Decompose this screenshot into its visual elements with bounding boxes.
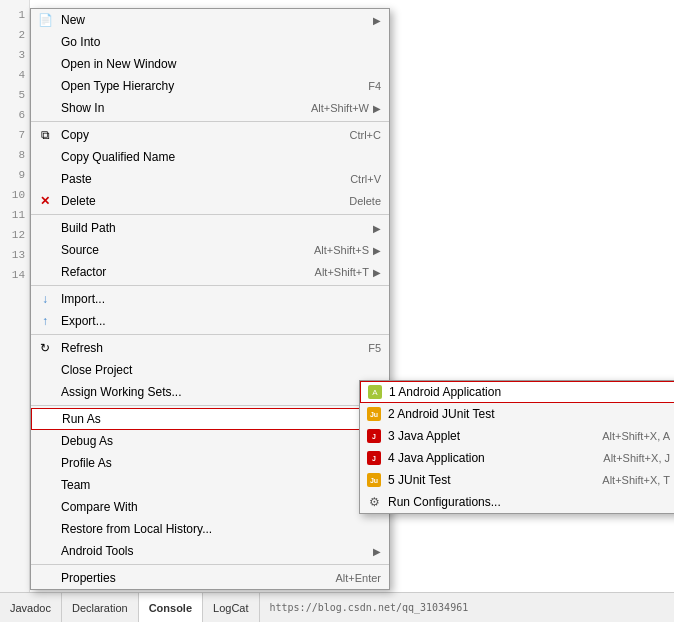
menu-label-profile-as: Profile As <box>61 456 369 470</box>
menu-item-open-new-window[interactable]: Open in New Window <box>31 53 389 75</box>
refresh-icon: ↻ <box>35 338 55 358</box>
separator-3 <box>31 285 389 286</box>
shortcut-refresh: F5 <box>368 342 381 354</box>
menu-label-compare-with: Compare With <box>61 500 369 514</box>
run-config-icon: ⚙ <box>366 494 382 510</box>
junit-android-icon: Ju <box>366 406 382 422</box>
tab-javadoc[interactable]: Javadoc <box>0 593 62 622</box>
menu-label-paste: Paste <box>61 172 330 186</box>
menu-label-type-hierarchy: Open Type Hierarchy <box>61 79 348 93</box>
menu-item-source[interactable]: Source Alt+Shift+S ▶ <box>31 239 389 261</box>
menu-item-new[interactable]: 📄 New ▶ <box>31 9 389 31</box>
menu-label-properties: Properties <box>61 571 315 585</box>
shortcut-junit-test: Alt+Shift+X, T <box>602 474 670 486</box>
menu-label-debug-as: Debug As <box>61 434 369 448</box>
menu-label-delete: Delete <box>61 194 329 208</box>
submenu-item-junit-test[interactable]: Ju 5 JUnit Test Alt+Shift+X, T <box>360 469 674 491</box>
menu-label-restore-local: Restore from Local History... <box>61 522 381 536</box>
shortcut-f4: F4 <box>368 80 381 92</box>
menu-item-close-project[interactable]: Close Project <box>31 359 389 381</box>
menu-item-import[interactable]: ↓ Import... <box>31 288 389 310</box>
tab-declaration[interactable]: Declaration <box>62 593 139 622</box>
menu-item-restore-local[interactable]: Restore from Local History... <box>31 518 389 540</box>
export-icon: ↑ <box>35 311 55 331</box>
shortcut-paste: Ctrl+V <box>350 173 381 185</box>
menu-item-profile-as[interactable]: Profile As ▶ <box>31 452 389 474</box>
submenu-item-android-app[interactable]: A 1 Android Application <box>360 381 674 403</box>
logcat-label: LogCat <box>213 602 248 614</box>
menu-item-compare-with[interactable]: Compare With ▶ <box>31 496 389 518</box>
status-url: https://blog.csdn.net/qq_31034961 <box>260 602 674 613</box>
run-as-submenu: A 1 Android Application Ju 2 Android JUn… <box>359 380 674 514</box>
menu-item-paste[interactable]: Paste Ctrl+V <box>31 168 389 190</box>
submenu-label-java-applet: 3 Java Applet <box>388 429 596 443</box>
menu-label-build-path: Build Path <box>61 221 369 235</box>
arrow-icon-5: ▶ <box>373 267 381 278</box>
menu-item-debug-as[interactable]: Debug As ▶ <box>31 430 389 452</box>
java-applet-icon: J <box>366 428 382 444</box>
menu-item-refactor[interactable]: Refactor Alt+Shift+T ▶ <box>31 261 389 283</box>
context-menu: 📄 New ▶ Go Into Open in New Window Open … <box>30 8 390 590</box>
submenu-label-android-app: 1 Android Application <box>389 385 669 399</box>
menu-label-show-in: Show In <box>61 101 291 115</box>
console-label: Console <box>149 602 192 614</box>
javadoc-label: Javadoc <box>10 602 51 614</box>
menu-item-go-into[interactable]: Go Into <box>31 31 389 53</box>
shortcut-delete: Delete <box>349 195 381 207</box>
separator-4 <box>31 334 389 335</box>
separator-5 <box>31 405 389 406</box>
tab-console[interactable]: Console <box>139 593 203 622</box>
menu-item-show-in[interactable]: Show In Alt+Shift+W ▶ <box>31 97 389 119</box>
menu-item-build-path[interactable]: Build Path ▶ <box>31 217 389 239</box>
submenu-item-java-app[interactable]: J 4 Java Application Alt+Shift+X, J <box>360 447 674 469</box>
menu-item-copy[interactable]: ⧉ Copy Ctrl+C <box>31 124 389 146</box>
menu-item-delete[interactable]: ✕ Delete Delete <box>31 190 389 212</box>
new-icon: 📄 <box>35 10 55 30</box>
menu-item-export[interactable]: ↑ Export... <box>31 310 389 332</box>
shortcut-properties: Alt+Enter <box>335 572 381 584</box>
menu-item-open-type-hierarchy[interactable]: Open Type Hierarchy F4 <box>31 75 389 97</box>
menu-label-copy: Copy <box>61 128 330 142</box>
submenu-label-android-junit: 2 Android JUnit Test <box>388 407 670 421</box>
shortcut-java-applet: Alt+Shift+X, A <box>602 430 670 442</box>
arrow-icon-android-tools: ▶ <box>373 546 381 557</box>
menu-label-go-into: Go Into <box>61 35 381 49</box>
shortcut-java-app: Alt+Shift+X, J <box>603 452 670 464</box>
arrow-icon-2: ▶ <box>373 103 381 114</box>
submenu-label-run-configs: Run Configurations... <box>388 495 670 509</box>
import-icon: ↓ <box>35 289 55 309</box>
arrow-icon-4: ▶ <box>373 245 381 256</box>
shortcut-copy: Ctrl+C <box>350 129 381 141</box>
declaration-label: Declaration <box>72 602 128 614</box>
copy-icon: ⧉ <box>35 125 55 145</box>
separator-1 <box>31 121 389 122</box>
shortcut-show-in: Alt+Shift+W <box>311 102 369 114</box>
menu-item-android-tools[interactable]: Android Tools ▶ <box>31 540 389 562</box>
submenu-label-java-app: 4 Java Application <box>388 451 597 465</box>
junit-test-icon: Ju <box>366 472 382 488</box>
menu-item-refresh[interactable]: ↻ Refresh F5 <box>31 337 389 359</box>
delete-icon: ✕ <box>35 191 55 211</box>
menu-item-copy-qualified[interactable]: Copy Qualified Name <box>31 146 389 168</box>
java-app-icon: J <box>366 450 382 466</box>
menu-label-refresh: Refresh <box>61 341 348 355</box>
submenu-item-android-junit[interactable]: Ju 2 Android JUnit Test <box>360 403 674 425</box>
submenu-label-junit-test: 5 JUnit Test <box>388 473 596 487</box>
menu-label-open-window: Open in New Window <box>61 57 381 71</box>
menu-item-team[interactable]: Team ▶ <box>31 474 389 496</box>
arrow-icon-3: ▶ <box>373 223 381 234</box>
shortcut-source: Alt+Shift+S <box>314 244 369 256</box>
menu-label-copy-qualified: Copy Qualified Name <box>61 150 381 164</box>
submenu-item-run-configs[interactable]: ⚙ Run Configurations... <box>360 491 674 513</box>
menu-label-run-as: Run As <box>62 412 368 426</box>
menu-label-team: Team <box>61 478 369 492</box>
menu-item-assign-working-sets[interactable]: Assign Working Sets... <box>31 381 389 403</box>
menu-label-assign-working-sets: Assign Working Sets... <box>61 385 381 399</box>
menu-label-close-project: Close Project <box>61 363 381 377</box>
menu-item-properties[interactable]: Properties Alt+Enter <box>31 567 389 589</box>
tab-logcat[interactable]: LogCat <box>203 593 259 622</box>
shortcut-refactor: Alt+Shift+T <box>315 266 369 278</box>
menu-item-run-as[interactable]: Run As ▶ <box>31 408 389 430</box>
menu-label-new: New <box>61 13 369 27</box>
submenu-item-java-applet[interactable]: J 3 Java Applet Alt+Shift+X, A <box>360 425 674 447</box>
